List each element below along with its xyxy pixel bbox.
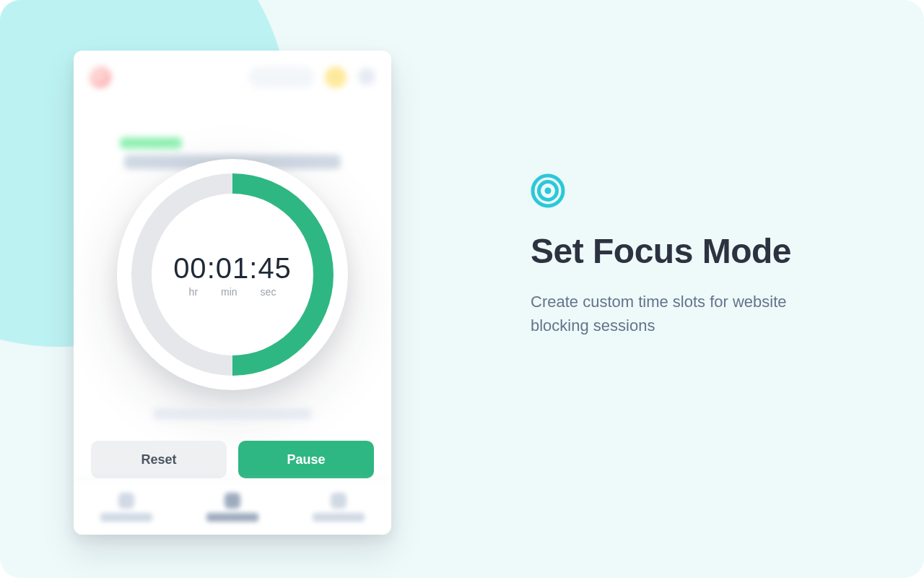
app-logo — [90, 66, 111, 88]
avatar — [325, 66, 346, 88]
min-label: min — [221, 286, 237, 298]
gear-icon — [358, 68, 375, 85]
phone-mock: 00:01:45 hr min sec Reset Pause — [74, 51, 391, 535]
timer-hr: 00 — [173, 252, 207, 284]
pause-button[interactable]: Pause — [238, 441, 374, 478]
timer-digits: 00:01:45 — [173, 252, 292, 285]
timer-ring: 00:01:45 hr min sec — [117, 159, 348, 390]
chart-icon — [331, 493, 346, 509]
pause-button-label: Pause — [287, 452, 325, 467]
mid-line — [153, 408, 312, 420]
reset-button-label: Reset — [141, 452, 176, 467]
svg-point-2 — [545, 188, 552, 194]
marketing-copy: Set Focus Mode Create custom time slots … — [531, 173, 848, 337]
subcopy: Create custom time slots for website blo… — [531, 290, 848, 337]
timer-min: 01 — [216, 252, 250, 284]
nav-label — [100, 513, 152, 522]
nav-item-block-list[interactable] — [74, 479, 180, 535]
timer-readout: 00:01:45 hr min sec — [173, 252, 292, 298]
timer-sec: 45 — [258, 252, 292, 284]
phone-topbar-blurred — [74, 51, 391, 108]
bullseye-icon — [531, 173, 565, 208]
nav-item-insights[interactable] — [285, 479, 391, 535]
hr-label: hr — [189, 286, 198, 298]
target-icon — [225, 493, 240, 509]
nav-label — [313, 513, 365, 522]
reset-button[interactable]: Reset — [91, 441, 227, 478]
nav-item-focus-mode[interactable] — [180, 479, 286, 535]
headline: Set Focus Mode — [531, 231, 848, 272]
feature-card: 00:01:45 hr min sec Reset Pause — [0, 0, 924, 578]
timer-unit-labels: hr min sec — [189, 286, 276, 298]
topbar-pill — [248, 66, 315, 88]
timer-controls: Reset Pause — [91, 441, 374, 478]
caption-tag — [120, 137, 182, 149]
nav-label — [206, 513, 258, 522]
sec-label: sec — [261, 286, 276, 298]
list-icon — [118, 493, 134, 509]
bottom-nav-blurred — [74, 478, 391, 535]
mid-caption-blurred — [74, 408, 391, 420]
